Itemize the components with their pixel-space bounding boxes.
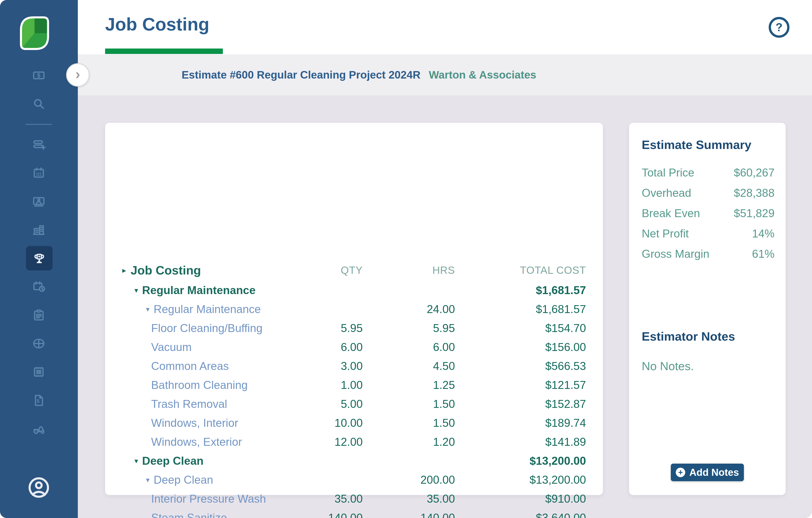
sidebar-item-work-tickets[interactable]	[32, 308, 46, 322]
summary-row: Total Price $60,267	[642, 163, 775, 183]
row-qty: 3.00	[341, 357, 363, 376]
row-hrs: 6.00	[433, 338, 455, 357]
sidebar-item-properties[interactable]	[32, 222, 46, 237]
sidebar-item-estimates[interactable]	[32, 137, 46, 152]
row-total: $152.87	[545, 394, 586, 413]
page-header: Job Costing ?	[78, 0, 812, 54]
row-label: Deep Clean	[154, 473, 213, 486]
sidebar-item-search[interactable]	[32, 97, 46, 111]
add-notes-button[interactable]: + Add Notes	[671, 464, 744, 481]
sidebar-item-schedule[interactable]	[32, 166, 46, 180]
mower-icon	[32, 421, 46, 436]
question-icon: ?	[776, 21, 783, 34]
row-label: Steam Sanitize	[151, 511, 227, 518]
row-label: Regular Maintenance	[154, 303, 261, 316]
table-row[interactable]: ▾Regular Maintenance 24.00 $1,681.57	[105, 300, 603, 319]
job-costing-table-card: ▸ Job Costing QTY HRS TOTAL COST ▾Regula…	[105, 123, 603, 495]
breadcrumb: Estimate #600 Regular Cleaning Project 2…	[78, 54, 812, 95]
row-qty: 10.00	[335, 413, 363, 433]
row-qty: 35.00	[335, 489, 363, 508]
caret-down-icon[interactable]: ▾	[135, 287, 138, 294]
summary-row: Gross Margin 61%	[642, 244, 775, 264]
row-label: Windows, Exterior	[151, 435, 242, 448]
summary-label: Gross Margin	[642, 247, 709, 261]
plus-circle-icon: +	[676, 468, 685, 477]
sidebar-divider	[26, 124, 52, 125]
row-qty: 5.95	[341, 319, 363, 338]
sidebar-item-crew[interactable]	[32, 194, 46, 209]
table-row[interactable]: ▾Deep Clean 200.00 $13,200.00	[105, 470, 603, 489]
clipboard-icon	[32, 308, 46, 322]
row-label: Floor Cleaning/Buffing	[151, 322, 263, 335]
row-label: Trash Removal	[151, 398, 227, 411]
row-hrs: 24.00	[427, 300, 455, 319]
row-total: $13,200.00	[530, 452, 586, 470]
row-hrs: 1.20	[433, 433, 455, 452]
row-qty: 5.00	[341, 394, 363, 413]
leaf-logo	[20, 16, 49, 50]
tree-root[interactable]: ▸ Job Costing	[122, 261, 201, 280]
table-row[interactable]: Bathroom Cleaning 1.00 1.25 $121.57	[105, 376, 603, 394]
row-qty: 140.00	[328, 508, 363, 518]
caret-down-icon[interactable]: ▾	[135, 457, 138, 464]
user-profile-button[interactable]	[27, 476, 51, 499]
table-row[interactable]: Floor Cleaning/Buffing 5.95 5.95 $154.70	[105, 319, 603, 338]
table-row[interactable]: Interior Pressure Wash 35.00 35.00 $910.…	[105, 489, 603, 508]
row-total: $566.53	[545, 357, 586, 376]
row-hrs: 1.50	[433, 394, 455, 413]
sidebar-item-job-costing-selected[interactable]	[26, 246, 53, 270]
caret-down-icon[interactable]: ▾	[146, 476, 149, 484]
summary-value: $60,267	[734, 166, 775, 179]
trophy-icon	[32, 251, 47, 266]
row-total: $13,200.00	[530, 470, 586, 489]
sidebar-item-time-tracking[interactable]	[32, 279, 46, 294]
row-total: $3,640.00	[536, 508, 586, 518]
tree-root-label: Job Costing	[130, 263, 201, 277]
row-qty: 6.00	[341, 338, 363, 357]
sidebar-item-billing[interactable]: $	[32, 393, 46, 408]
table-row[interactable]: Trash Removal 5.00 1.50 $152.87	[105, 394, 603, 413]
summary-value: $51,829	[734, 207, 775, 220]
caret-down-icon[interactable]: ▾	[146, 306, 149, 313]
calendar-clock-icon	[32, 279, 46, 294]
summary-label: Net Profit	[642, 227, 689, 240]
sidebar-item-reports[interactable]	[32, 336, 46, 351]
row-total: $1,681.57	[536, 281, 586, 300]
column-header-qty: QTY	[341, 261, 363, 280]
table-header-row: ▸ Job Costing QTY HRS TOTAL COST	[105, 261, 603, 280]
receipt-icon	[32, 365, 46, 379]
caret-right-icon[interactable]: ▸	[122, 266, 126, 275]
app-window: $	[0, 0, 812, 518]
summary-row: Overhead $28,388	[642, 183, 775, 203]
help-button[interactable]: ?	[769, 17, 789, 38]
row-qty: 1.00	[341, 376, 363, 394]
table-row[interactable]: Steam Sanitize 140.00 140.00 $3,640.00	[105, 508, 603, 518]
table-row[interactable]: ▾Deep Clean $13,200.00	[105, 452, 603, 470]
title-accent-underline	[105, 49, 223, 54]
id-card-icon	[32, 194, 46, 209]
row-hrs: 1.50	[433, 413, 455, 433]
table-row[interactable]: ▾Regular Maintenance $1,681.57	[105, 281, 603, 300]
table-row[interactable]: Windows, Interior 10.00 1.50 $189.74	[105, 413, 603, 433]
svg-text:$: $	[36, 398, 39, 404]
user-avatar-icon	[27, 476, 51, 499]
table-row[interactable]: Windows, Exterior 12.00 1.20 $141.89	[105, 433, 603, 452]
table-row[interactable]: Common Areas 3.00 4.50 $566.53	[105, 357, 603, 376]
sidebar-item-invoices[interactable]	[32, 365, 46, 379]
row-label: Windows, Interior	[151, 416, 238, 430]
breadcrumb-client-link[interactable]: Warton & Associates	[429, 69, 536, 81]
sidebar-item-equipment[interactable]	[32, 421, 46, 436]
page-title: Job Costing	[105, 14, 209, 35]
calendar-icon	[32, 166, 46, 180]
row-total: $154.70	[545, 319, 586, 338]
table-row[interactable]: Vacuum 6.00 6.00 $156.00	[105, 338, 603, 357]
row-label: Vacuum	[151, 340, 192, 354]
sidebar-expand-button[interactable]: ›	[66, 63, 90, 87]
row-hrs: 4.50	[433, 357, 455, 376]
sidebar-item-banknote[interactable]: $	[32, 68, 46, 83]
search-icon	[32, 97, 46, 111]
summary-label: Total Price	[642, 166, 694, 179]
row-label: Interior Pressure Wash	[151, 492, 266, 506]
summary-value: 61%	[752, 247, 775, 261]
table-body: ▾Regular Maintenance $1,681.57 ▾Regular …	[105, 281, 603, 518]
